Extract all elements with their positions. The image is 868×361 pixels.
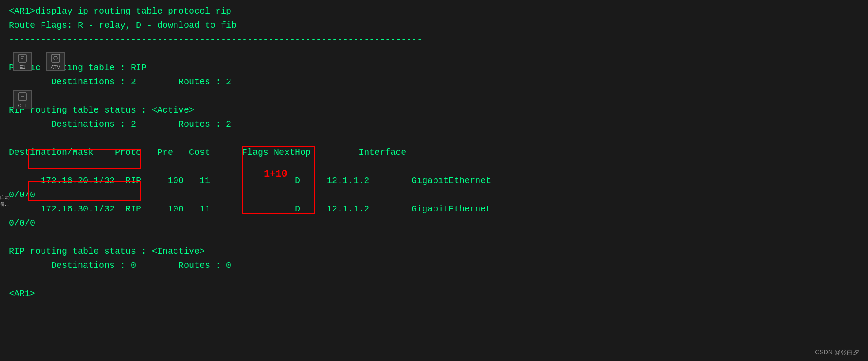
blank-4 — [9, 160, 859, 174]
public-table-line: Public routing table : RIP — [9, 61, 859, 75]
blank-2 — [9, 89, 859, 103]
blank-6 — [9, 273, 859, 287]
rip-active-line: RIP routing table status : <Active> — [9, 103, 859, 117]
route-1a-line: 172.16.20.1/32 RIP 100 11 D 12.1.1.2 Gig… — [9, 174, 859, 188]
auto-label: 自动备... — [0, 194, 13, 207]
destinations-1-line: Destinations : 2 Routes : 2 — [9, 75, 859, 89]
separator-line: ----------------------------------------… — [9, 33, 859, 47]
annotation-text: 1+10 — [264, 169, 287, 180]
svg-point-4 — [54, 56, 57, 60]
destinations-2-line: Destinations : 2 Routes : 2 — [9, 117, 859, 132]
e1-icon: E1 — [13, 52, 32, 71]
rip-inactive-line: RIP routing table status : <Inactive> — [9, 244, 859, 259]
blank-3 — [9, 132, 859, 146]
blank-1 — [9, 47, 859, 61]
svg-rect-3 — [52, 54, 60, 62]
flags-line: Route Flags: R - relay, D - download to … — [9, 19, 859, 33]
blank-5 — [9, 230, 859, 244]
svg-rect-0 — [19, 54, 26, 62]
command-line: <AR1>display ip routing-table protocol r… — [9, 4, 859, 19]
route-1b-line: 0/0/0 — [9, 188, 859, 202]
table-header-line: Destination/Mask Proto Pre Cost Flags Ne… — [9, 146, 859, 160]
watermark: CSDN @张白夕 — [815, 349, 859, 357]
terminal-window: <AR1>display ip routing-table protocol r… — [0, 0, 868, 361]
atm-icon: ATM — [46, 52, 65, 71]
prompt-line[interactable]: <AR1> — [9, 287, 859, 301]
route-2a-line: 172.16.30.1/32 RIP 100 11 D 12.1.1.2 Gig… — [9, 202, 859, 216]
route-2b-line: 0/0/0 — [9, 216, 859, 230]
ctl-icon: CTL — [13, 90, 32, 109]
destinations-3-line: Destinations : 0 Routes : 0 — [9, 259, 859, 273]
